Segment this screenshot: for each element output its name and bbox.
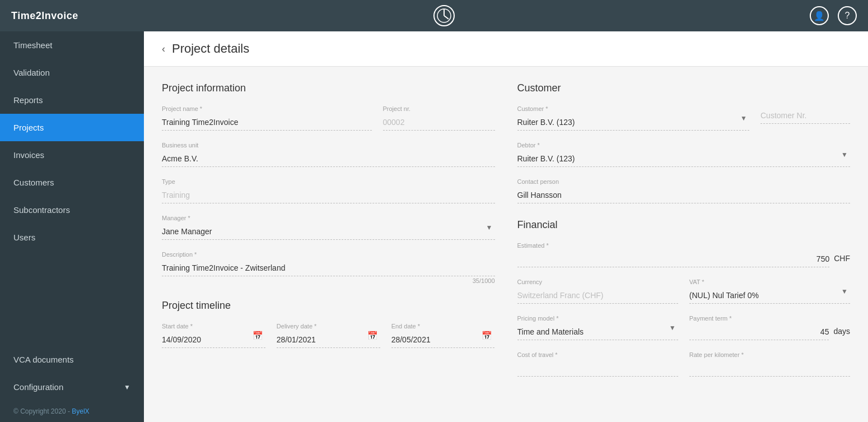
business-unit-input[interactable] [162,151,495,167]
sidebar-item-timesheet[interactable]: Timesheet [0,31,144,59]
delivery-date-field: Delivery date * 📅 [277,323,380,348]
pricing-model-field: Pricing model * Time and Materials ▼ [517,315,678,340]
payment-term-unit: days [833,327,850,340]
cost-of-travel-label: Cost of travel * [517,351,678,358]
contact-row: Contact person [517,178,851,203]
sidebar-item-projects[interactable]: Projects [0,114,144,141]
sidebar-item-vca[interactable]: VCA documents [0,346,144,373]
currency-label: Currency [517,279,678,285]
sidebar-item-users[interactable]: Users [0,224,144,251]
sidebar-item-customers[interactable]: Customers [0,169,144,196]
chevron-down-icon: ▼ [124,383,130,391]
debtor-row: Debtor * Ruiter B.V. (123) ▼ [517,142,851,167]
customer-label: Customer * [517,105,750,112]
app-title: Time2Invoice [11,10,78,22]
debtor-select[interactable]: Ruiter B.V. (123) [517,151,851,167]
project-name-field: Project name * [162,105,372,131]
customer-field: Customer * Ruiter B.V. (123) ▼ [517,105,750,131]
end-date-input[interactable] [391,332,495,348]
pricing-model-label: Pricing model * [517,315,678,322]
travel-km-row: Cost of travel * Rate per kilometer * [517,351,851,377]
rate-per-km-input[interactable] [689,360,850,377]
delivery-date-label: Delivery date * [277,323,380,330]
contact-person-label: Contact person [517,178,851,185]
rate-per-km-field: Rate per kilometer * [689,351,850,377]
project-name-input[interactable] [162,114,372,131]
type-row: Type [162,178,495,203]
back-button[interactable]: ‹ [162,43,165,55]
currency-field: Currency Switzerland Franc (CHF) [517,279,678,304]
vat-label: VAT * [689,279,850,285]
start-date-calendar-icon[interactable]: 📅 [253,331,263,341]
pricing-payment-row: Pricing model * Time and Materials ▼ Pay… [517,315,851,340]
sidebar: Timesheet Validation Reports Projects In… [0,31,144,422]
sidebar-item-invoices[interactable]: Invoices [0,141,144,169]
sidebar-item-subcontractors[interactable]: Subcontractors [0,196,144,224]
end-date-field: End date * 📅 [391,323,495,348]
sidebar-item-reports[interactable]: Reports [0,86,144,114]
page-header: ‹ Project details [144,31,868,67]
start-date-field: Start date * 📅 [162,323,265,348]
estimated-label: Estimated * [517,242,851,249]
start-date-input[interactable] [162,332,265,348]
rate-per-km-label: Rate per kilometer * [689,351,850,358]
vat-field: VAT * (NUL) Nul Tarief 0% ▼ [689,279,850,304]
char-count: 35/1000 [162,277,495,284]
cost-of-travel-input[interactable] [517,360,678,377]
payment-term-label: Payment term * [689,315,850,322]
topbar-logo-icon [433,4,455,27]
project-nr-field: Project nr. [383,105,495,131]
byeex-link[interactable]: ByelX [72,407,89,415]
vat-select[interactable]: (NUL) Nul Tarief 0% [689,287,850,304]
description-input[interactable] [162,260,495,276]
estimated-unit: CHF [834,254,850,267]
debtor-field: Debtor * Ruiter B.V. (123) ▼ [517,142,851,167]
currency-vat-row: Currency Switzerland Franc (CHF) VAT * (… [517,279,851,304]
delivery-date-calendar-icon[interactable]: 📅 [367,331,378,341]
dates-row: Start date * 📅 Delivery date * 📅 End dat… [162,323,495,348]
customer-nr-input[interactable] [760,108,850,124]
project-info-title: Project information [162,82,495,94]
timeline-title: Project timeline [162,300,495,312]
customer-select[interactable]: Ruiter B.V. (123) [517,114,750,131]
project-info-section: Project information Project name * Proje… [162,82,495,284]
customer-section: Customer Customer * Ruiter B.V. (123) ▼ [517,82,851,203]
customer-title: Customer [517,82,851,94]
sidebar-item-configuration[interactable]: Configuration ▼ [0,373,144,401]
type-input[interactable] [162,187,495,203]
estimated-input[interactable] [517,251,830,267]
svg-line-3 [444,16,449,19]
debtor-label: Debtor * [517,142,851,149]
cost-of-travel-field: Cost of travel * [517,351,678,377]
topbar-center [433,4,455,27]
timeline-section: Project timeline Start date * 📅 Delivery… [162,300,495,348]
contact-person-field: Contact person [517,178,851,203]
project-nr-label: Project nr. [383,105,495,112]
project-nr-input[interactable] [383,114,495,131]
description-label: Description * [162,251,495,258]
sidebar-item-validation[interactable]: Validation [0,59,144,86]
end-date-calendar-icon[interactable]: 📅 [482,331,492,341]
payment-term-input[interactable] [689,324,829,340]
left-column: Project information Project name * Proje… [162,82,495,392]
project-name-label: Project name * [162,105,372,112]
end-date-label: End date * [391,323,495,330]
delivery-date-input[interactable] [277,332,380,348]
start-date-label: Start date * [162,323,265,330]
user-icon-button[interactable]: 👤 [810,6,829,25]
right-column: Customer Customer * Ruiter B.V. (123) ▼ [517,82,851,392]
contact-person-input[interactable] [517,187,851,203]
help-icon-button[interactable]: ? [838,6,857,25]
description-field: Description * 35/1000 [162,251,495,284]
manager-select[interactable]: Jane Manager [162,224,495,240]
financial-title: Financial [517,219,851,231]
manager-row: Manager * Jane Manager ▼ [162,215,495,240]
currency-value: Switzerland Franc (CHF) [517,287,678,304]
customer-row: Customer * Ruiter B.V. (123) ▼ [517,105,851,131]
pricing-model-select[interactable]: Time and Materials [517,324,678,340]
business-unit-label: Business unit [162,142,495,149]
business-unit-field: Business unit [162,142,495,167]
estimated-row: Estimated * CHF [517,242,851,267]
project-name-row: Project name * Project nr. [162,105,495,131]
sidebar-footer: © Copyright 2020 - ByelX [0,401,144,422]
